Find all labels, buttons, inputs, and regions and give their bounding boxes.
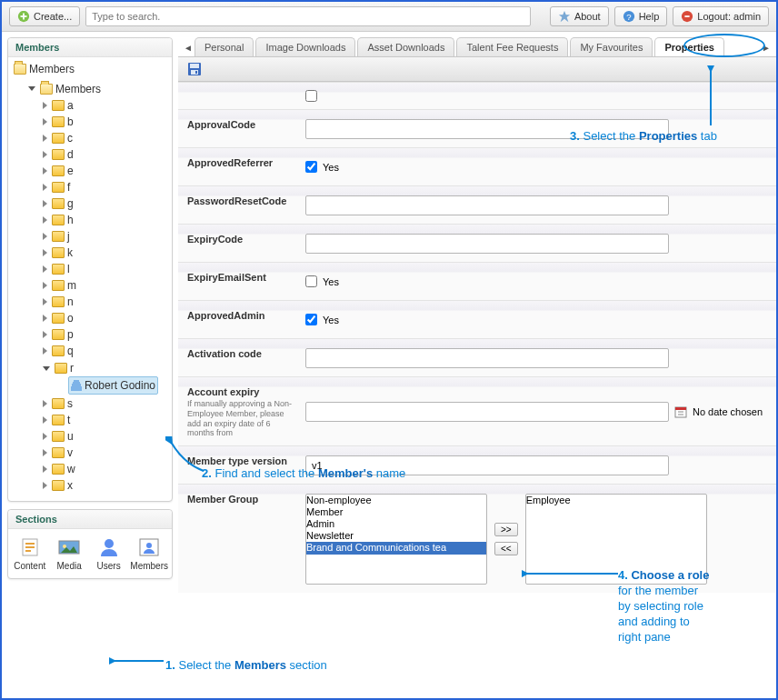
approvalcode-label: ApprovalCode — [187, 117, 296, 140]
help-icon: ? — [623, 10, 635, 23]
tree-root-members[interactable]: Members — [12, 61, 76, 77]
help-label: Help — [639, 11, 660, 22]
approvalcode-input[interactable] — [305, 119, 669, 139]
create-button[interactable]: Create... — [9, 6, 80, 26]
logout-label: Logout: admin — [697, 11, 761, 22]
tab-strip: ◄ PersonalImage DownloadsAsset Downloads… — [178, 32, 776, 56]
passwordresetcode-label: PasswordResetCode — [187, 194, 296, 216]
section-members-icon — [136, 536, 162, 558]
tree-folder-c[interactable]: c — [41, 130, 75, 146]
membergroup-chosen-list[interactable]: Employee — [525, 494, 707, 585]
tab-scroll-right[interactable]: ► — [762, 43, 771, 56]
tree-folder-f[interactable]: f — [41, 179, 72, 195]
tree-folder-b[interactable]: b — [41, 114, 75, 130]
plus-icon — [17, 10, 30, 23]
expirycode-input[interactable] — [305, 234, 669, 254]
tab-talent-fee-requests[interactable]: Talent Fee Requests — [456, 37, 568, 56]
tree-folder-u[interactable]: u — [41, 428, 75, 445]
search-input[interactable] — [85, 6, 531, 26]
svg-rect-7 — [685, 15, 690, 17]
help-button[interactable]: ? Help — [614, 6, 668, 26]
svg-point-11 — [105, 539, 114, 548]
expiryemailsent-yes: Yes — [323, 276, 339, 287]
tab-my-favourites[interactable]: My Favourites — [570, 37, 653, 56]
expiryemailsent-label: ExpiryEmailSent — [187, 270, 296, 293]
tree-folder-p[interactable]: p — [41, 326, 75, 343]
sections-title: Sections — [8, 510, 172, 529]
approvedreferrer-label: ApprovedReferrer — [187, 155, 296, 178]
tree-folder-n[interactable]: n — [41, 294, 75, 310]
tree-folder-r[interactable]: r — [41, 360, 75, 376]
tab-properties[interactable]: Properties — [654, 37, 723, 56]
save-button[interactable] — [187, 62, 202, 76]
tree-folder-v[interactable]: v — [41, 445, 75, 461]
membergroup-remove-button[interactable]: << — [494, 542, 518, 555]
svg-marker-3 — [559, 11, 570, 22]
logout-button[interactable]: Logout: admin — [673, 6, 769, 26]
svg-rect-15 — [190, 64, 199, 68]
activationcode-input[interactable] — [305, 348, 669, 368]
calendar-icon[interactable] — [674, 405, 687, 418]
activationcode-label: Activation code — [187, 346, 296, 369]
tree-group-members[interactable]: Members — [26, 81, 103, 97]
accountexpiry-input[interactable] — [305, 402, 669, 422]
tree-folder-t[interactable]: t — [41, 412, 72, 428]
expirycode-label: ExpiryCode — [187, 232, 296, 255]
approvedadmin-label: ApprovedAdmin — [187, 308, 296, 331]
tab-scroll-left[interactable]: ◄ — [184, 43, 193, 56]
section-content[interactable]: Content — [12, 536, 47, 571]
svg-rect-19 — [675, 407, 686, 410]
svg-point-10 — [63, 545, 66, 548]
tree-folder-x[interactable]: x — [41, 477, 75, 494]
section-media-icon — [56, 536, 82, 558]
svg-rect-17 — [195, 71, 197, 74]
tree-folder-a[interactable]: a — [41, 97, 75, 114]
section-users-icon — [96, 536, 122, 558]
svg-point-13 — [146, 543, 152, 548]
section-media[interactable]: Media — [51, 536, 86, 571]
section-content-icon — [17, 536, 43, 558]
membergroup-available-list[interactable]: Non-employeeMemberAdminNewsletterBrand a… — [305, 494, 487, 585]
tab-asset-downloads[interactable]: Asset Downloads — [357, 37, 454, 56]
about-icon — [558, 10, 571, 23]
approvedadmin-checkbox[interactable] — [305, 314, 317, 325]
tree-folder-j[interactable]: j — [41, 228, 72, 245]
tree-folder-s[interactable]: s — [41, 395, 75, 412]
section-members[interactable]: Members — [130, 536, 168, 571]
members-tree-panel: Members Members Members a b c d e f g h … — [7, 37, 173, 502]
top-stray-checkbox[interactable] — [305, 90, 317, 102]
members-panel-title: Members — [8, 38, 172, 57]
approvedreferrer-yes: Yes — [323, 162, 339, 173]
tab-personal[interactable]: Personal — [194, 37, 254, 56]
tree-folder-w[interactable]: w — [41, 461, 77, 477]
membergroup-label: Member Group — [187, 492, 296, 585]
approvedadmin-yes: Yes — [323, 315, 339, 325]
about-button[interactable]: About — [550, 6, 609, 26]
tab-image-downloads[interactable]: Image Downloads — [255, 37, 355, 56]
approvedreferrer-checkbox[interactable] — [305, 161, 317, 173]
section-users[interactable]: Users — [91, 536, 126, 571]
expiryemailsent-checkbox[interactable] — [305, 275, 317, 287]
about-label: About — [574, 11, 601, 22]
tree-folder-e[interactable]: e — [41, 163, 75, 179]
tree-folder-d[interactable]: d — [41, 146, 75, 163]
accountexpiry-hint: If manually approving a Non-Employee Mem… — [187, 399, 296, 438]
passwordresetcode-input[interactable] — [305, 195, 669, 215]
membergroup-add-button[interactable]: >> — [494, 523, 518, 536]
properties-form: ApprovalCode ApprovedReferrer Yes Passwo… — [178, 82, 776, 697]
tree-folder-l[interactable]: l — [41, 261, 72, 277]
membertypeversion-label: Member type version — [187, 454, 296, 476]
membertypeversion-input[interactable] — [305, 455, 669, 475]
sections-panel: Sections ContentMediaUsersMembers — [7, 509, 173, 579]
tree-folder-q[interactable]: q — [41, 343, 75, 359]
tree-folder-m[interactable]: m — [41, 277, 78, 294]
tree-member-selected[interactable]: Robert Godino — [68, 376, 158, 395]
accountexpiry-nodate: No date chosen — [693, 406, 763, 417]
members-tree[interactable]: Members Members a b c d e f g h j k l m … — [8, 57, 172, 501]
tree-folder-k[interactable]: k — [41, 245, 75, 261]
tree-folder-h[interactable]: h — [41, 212, 75, 228]
accountexpiry-label: Account expiry If manually approving a N… — [187, 385, 296, 438]
tree-folder-g[interactable]: g — [41, 195, 75, 212]
svg-text:?: ? — [626, 12, 631, 22]
tree-folder-o[interactable]: o — [41, 310, 75, 326]
